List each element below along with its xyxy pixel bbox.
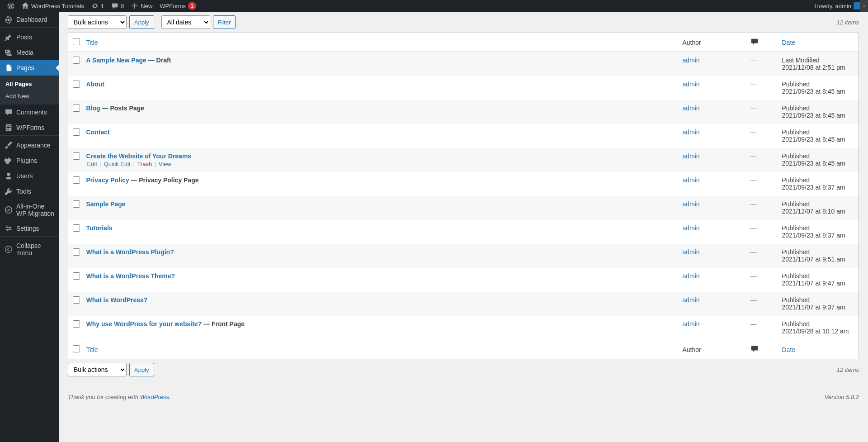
collapse-menu[interactable]: Collapse menu: [0, 238, 59, 260]
author-link[interactable]: admin: [683, 81, 700, 88]
user-icon: [5, 172, 13, 180]
apply-button-bottom[interactable]: Apply: [129, 363, 154, 376]
menu-dashboard[interactable]: Dashboard: [0, 12, 59, 27]
table-row: Privacy Policy — Privacy Policy PageEdit…: [68, 172, 859, 196]
col-comments-header[interactable]: [746, 33, 778, 52]
author-link[interactable]: admin: [683, 200, 700, 208]
menu-migration[interactable]: All-in-One WP Migration: [0, 199, 59, 221]
comments-cell: —: [746, 292, 778, 316]
pages-table: Title Author Date A Sample New Page — Dr…: [68, 33, 859, 359]
row-checkbox[interactable]: [73, 200, 80, 208]
bulk-action-select-bottom[interactable]: Bulk actions: [68, 363, 127, 376]
select-all-top[interactable]: [73, 38, 80, 45]
page-title-link[interactable]: Why use WordPress for your website?: [86, 320, 202, 328]
col-title-footer[interactable]: Title: [82, 340, 678, 359]
row-checkbox[interactable]: [73, 296, 80, 304]
page-title-link[interactable]: Blog: [86, 105, 100, 112]
page-title-link[interactable]: Privacy Policy: [86, 176, 129, 184]
author-link[interactable]: admin: [683, 128, 700, 136]
page-title-link[interactable]: Contact: [86, 128, 110, 136]
author-link[interactable]: admin: [683, 320, 700, 328]
menu-tools[interactable]: Tools: [0, 184, 59, 199]
page-title-link[interactable]: Create the Website of Your Dreams: [86, 152, 192, 160]
author-link[interactable]: admin: [683, 105, 700, 112]
row-checkbox[interactable]: [73, 81, 80, 88]
menu-posts[interactable]: Posts: [0, 29, 59, 45]
author-link[interactable]: admin: [683, 176, 700, 184]
row-checkbox[interactable]: [73, 128, 80, 136]
wpforms-link[interactable]: WPForms 1: [156, 0, 200, 12]
author-link[interactable]: admin: [683, 272, 700, 280]
home-icon: [22, 2, 29, 10]
post-state: — Front Page: [202, 320, 245, 328]
trash-link[interactable]: Trash: [136, 161, 153, 167]
wordpress-link[interactable]: WordPress: [140, 394, 169, 400]
post-state: — Posts Page: [100, 105, 144, 112]
menu-comments[interactable]: Comments: [0, 105, 59, 120]
menu-pages[interactable]: Pages: [0, 60, 59, 76]
wp-logo[interactable]: [4, 0, 18, 12]
title-cell: AboutEdit | Quick Edit | Trash | View: [82, 76, 678, 100]
view-link[interactable]: View: [158, 161, 172, 167]
row-checkbox[interactable]: [73, 105, 80, 112]
row-checkbox[interactable]: [73, 224, 80, 232]
page-title-link[interactable]: What is a WordPress Theme?: [86, 272, 175, 280]
row-checkbox[interactable]: [73, 272, 80, 280]
tablenav-top: Bulk actions Apply All dates Filter 12 i…: [68, 12, 859, 33]
apply-button[interactable]: Apply: [129, 15, 154, 29]
row-checkbox[interactable]: [73, 57, 80, 64]
page-title-link[interactable]: Tutorials: [86, 224, 113, 232]
page-title-link[interactable]: What is a WordPress Plugin?: [86, 248, 174, 256]
row-checkbox[interactable]: [73, 248, 80, 256]
col-title-header[interactable]: Title: [82, 33, 678, 52]
table-row: A Sample New Page — DraftEdit | Quick Ed…: [68, 52, 859, 76]
edit-link[interactable]: Edit: [86, 161, 98, 167]
menu-plugins[interactable]: Plugins: [0, 153, 59, 168]
col-date-header[interactable]: Date: [778, 33, 859, 52]
filter-button[interactable]: Filter: [213, 15, 236, 29]
row-checkbox[interactable]: [73, 176, 80, 184]
page-title-link[interactable]: What is WordPress?: [86, 296, 148, 304]
updates-link[interactable]: 1: [88, 0, 108, 12]
page-title-link[interactable]: About: [86, 81, 104, 88]
author-link[interactable]: admin: [683, 248, 700, 256]
author-link[interactable]: admin: [683, 152, 700, 160]
user-greeting[interactable]: Howdy, admin: [811, 0, 864, 12]
menu-users[interactable]: Users: [0, 168, 59, 184]
admin-menu: Dashboard Posts Media Pages All Pages Ad…: [0, 12, 59, 418]
menu-dashboard-label: Dashboard: [16, 16, 47, 23]
author-link[interactable]: admin: [683, 57, 700, 64]
menu-media[interactable]: Media: [0, 45, 59, 60]
new-content-link[interactable]: New: [127, 0, 156, 12]
row-checkbox[interactable]: [73, 152, 80, 160]
howdy-text: Howdy, admin: [815, 3, 851, 10]
site-name-link[interactable]: WordPress Tutorials: [18, 0, 88, 12]
submenu-all-pages[interactable]: All Pages: [0, 78, 59, 90]
comments-link[interactable]: 0: [108, 0, 127, 12]
col-comments-footer[interactable]: [746, 340, 778, 359]
col-date-footer[interactable]: Date: [778, 340, 859, 359]
select-all-bottom[interactable]: [73, 345, 80, 352]
title-cell: Blog — Posts PageEdit | Quick Edit | Tra…: [82, 100, 678, 124]
date-cell: Published2021/09/23 at 8:37 am: [778, 172, 859, 196]
comment-icon: [750, 345, 759, 353]
menu-settings[interactable]: Settings: [0, 221, 59, 236]
menu-appearance[interactable]: Appearance: [0, 138, 59, 153]
row-checkbox[interactable]: [73, 320, 80, 328]
title-cell: Create the Website of Your DreamsEdit | …: [82, 148, 678, 172]
quick-edit-link[interactable]: Quick Edit: [103, 161, 132, 167]
settings-icon: [5, 224, 13, 233]
author-link[interactable]: admin: [683, 296, 700, 304]
comments-cell: —: [746, 220, 778, 244]
bulk-action-select[interactable]: Bulk actions: [68, 15, 127, 29]
page-title-link[interactable]: Sample Page: [86, 200, 126, 208]
scrollbar-arrow[interactable]: ▲: [860, 0, 868, 12]
author-link[interactable]: admin: [683, 224, 700, 232]
comments-cell: —: [746, 172, 778, 196]
page-title-link[interactable]: A Sample New Page: [86, 57, 146, 64]
submenu-add-new[interactable]: Add New: [0, 90, 59, 102]
date-filter-select[interactable]: All dates: [161, 15, 210, 29]
date-cell: Published2021/09/23 at 8:37 am: [778, 220, 859, 244]
table-row: ContactEdit | Quick Edit | Trash | Viewa…: [68, 124, 859, 148]
menu-wpforms[interactable]: WPForms: [0, 120, 59, 135]
